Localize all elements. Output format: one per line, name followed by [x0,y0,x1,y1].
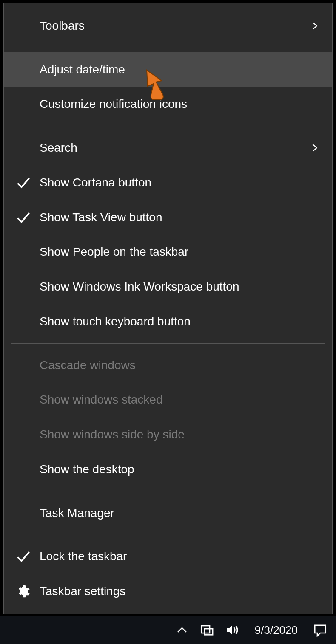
menu-item-label: Show windows side by side [40,428,319,441]
taskbar-date[interactable]: 9/3/2020 [255,624,298,637]
check-icon [16,210,31,225]
tray-overflow-chevron-icon[interactable] [176,624,188,636]
menu-item-show-windows-stacked: Show windows stacked [4,383,332,418]
menu-item-cascade-windows: Cascade windows [4,348,332,383]
chevron-right-icon [310,140,319,155]
menu-item-show-task-view-button[interactable]: Show Task View button [4,200,332,235]
action-center-icon[interactable] [313,623,327,637]
menu-item-search[interactable]: Search [4,130,332,165]
menu-item-label: Adjust date/time [40,63,319,76]
menu-item-label: Show windows stacked [40,393,319,407]
svg-rect-1 [204,629,213,635]
menu-item-customize-notification-icons[interactable]: Customize notification icons [4,87,332,122]
menu-item-show-people-on-taskbar[interactable]: Show People on the taskbar [4,235,332,270]
menu-item-show-windows-ink-workspace-button[interactable]: Show Windows Ink Workspace button [4,269,332,304]
menu-item-adjust-date-time[interactable]: Adjust date/time [4,52,332,87]
menu-item-toolbars[interactable]: Toolbars [4,8,332,43]
menu-item-task-manager[interactable]: Task Manager [4,496,332,531]
menu-separator [11,343,325,344]
network-icon[interactable] [199,623,214,637]
menu-item-label: Show Task View button [40,211,319,224]
menu-item-show-the-desktop[interactable]: Show the desktop [4,452,332,487]
menu-item-label: Show Windows Ink Workspace button [40,280,319,294]
check-icon [16,549,31,564]
gear-icon [16,584,30,599]
taskbar: 9/3/2020 [0,616,336,644]
menu-item-taskbar-settings[interactable]: Taskbar settings [4,574,332,609]
menu-item-label: Taskbar settings [40,585,319,598]
volume-icon[interactable] [225,623,239,637]
menu-item-show-touch-keyboard-button[interactable]: Show touch keyboard button [4,304,332,339]
menu-separator [11,491,325,491]
menu-item-lock-the-taskbar[interactable]: Lock the taskbar [4,539,332,574]
menu-item-label: Show Cortana button [40,176,319,189]
menu-separator [11,535,325,535]
chevron-right-icon [310,18,319,34]
menu-item-label: Search [40,141,310,155]
menu-separator [11,48,325,48]
menu-item-label: Show the desktop [40,463,319,476]
menu-item-label: Cascade windows [40,359,319,372]
menu-separator [11,126,325,126]
menu-item-label: Toolbars [40,19,310,33]
menu-item-label: Show People on the taskbar [40,245,319,259]
menu-item-label: Show touch keyboard button [40,315,319,328]
menu-item-show-windows-side-by-side: Show windows side by side [4,417,332,452]
taskbar-context-menu: ToolbarsAdjust date/timeCustomize notifi… [3,3,333,614]
menu-item-label: Customize notification icons [40,97,319,111]
svg-rect-0 [201,626,210,633]
menu-item-show-cortana-button[interactable]: Show Cortana button [4,165,332,200]
check-icon [16,175,31,190]
menu-item-label: Task Manager [40,506,319,520]
menu-item-label: Lock the taskbar [40,550,319,563]
